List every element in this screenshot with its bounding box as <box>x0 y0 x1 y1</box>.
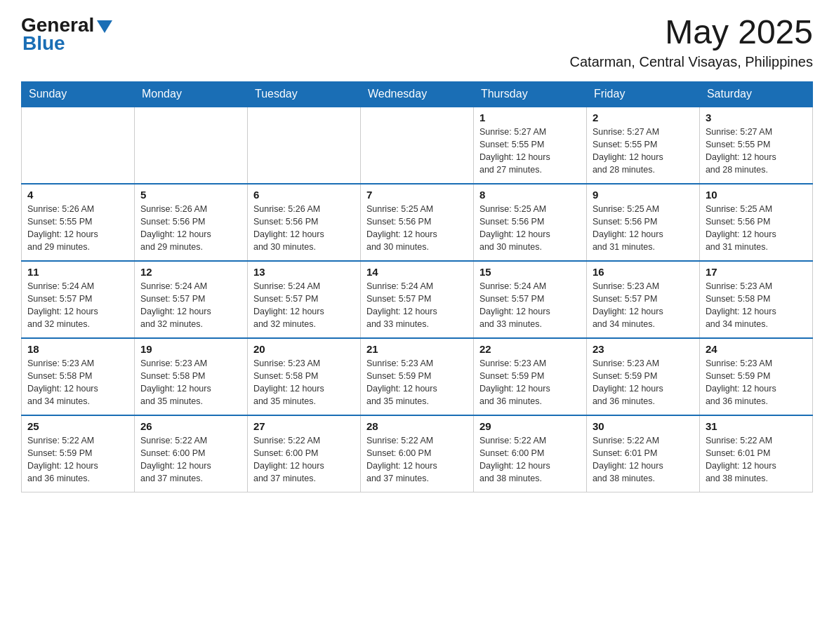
day-info-text: Sunrise: 5:22 AM Sunset: 6:00 PM Dayligh… <box>479 434 581 485</box>
day-cell: 1Sunrise: 5:27 AM Sunset: 5:55 PM Daylig… <box>473 107 586 184</box>
day-cell <box>22 107 135 184</box>
day-cell: 10Sunrise: 5:25 AM Sunset: 5:56 PM Dayli… <box>699 184 812 261</box>
day-number: 18 <box>27 343 128 355</box>
day-cell: 24Sunrise: 5:23 AM Sunset: 5:59 PM Dayli… <box>699 338 812 415</box>
day-number: 10 <box>706 189 807 201</box>
day-info-text: Sunrise: 5:22 AM Sunset: 6:01 PM Dayligh… <box>706 434 807 485</box>
day-info-text: Sunrise: 5:23 AM Sunset: 5:59 PM Dayligh… <box>706 357 807 408</box>
day-number: 20 <box>253 343 355 355</box>
day-number: 27 <box>253 420 355 432</box>
day-info-text: Sunrise: 5:22 AM Sunset: 6:00 PM Dayligh… <box>366 434 468 485</box>
day-cell: 11Sunrise: 5:24 AM Sunset: 5:57 PM Dayli… <box>22 261 135 338</box>
day-cell: 15Sunrise: 5:24 AM Sunset: 5:57 PM Dayli… <box>473 261 586 338</box>
day-cell: 16Sunrise: 5:23 AM Sunset: 5:57 PM Dayli… <box>586 261 699 338</box>
day-number: 28 <box>366 420 468 432</box>
day-number: 1 <box>479 112 581 123</box>
day-cell: 29Sunrise: 5:22 AM Sunset: 6:00 PM Dayli… <box>473 415 586 492</box>
day-info-text: Sunrise: 5:23 AM Sunset: 5:57 PM Dayligh… <box>593 280 694 331</box>
month-year-title: May 2025 <box>570 14 813 51</box>
week-row-1: 1Sunrise: 5:27 AM Sunset: 5:55 PM Daylig… <box>22 107 813 184</box>
day-number: 22 <box>479 343 581 355</box>
day-number: 4 <box>27 189 128 201</box>
day-cell: 21Sunrise: 5:23 AM Sunset: 5:59 PM Dayli… <box>360 338 473 415</box>
day-info-text: Sunrise: 5:25 AM Sunset: 5:56 PM Dayligh… <box>706 203 807 254</box>
day-number: 16 <box>593 266 694 278</box>
week-row-5: 25Sunrise: 5:22 AM Sunset: 5:59 PM Dayli… <box>22 415 813 492</box>
day-cell: 12Sunrise: 5:24 AM Sunset: 5:57 PM Dayli… <box>134 261 247 338</box>
day-cell: 5Sunrise: 5:26 AM Sunset: 5:56 PM Daylig… <box>134 184 247 261</box>
header-right: May 2025 Catarman, Central Visayas, Phil… <box>570 14 813 70</box>
day-info-text: Sunrise: 5:22 AM Sunset: 6:00 PM Dayligh… <box>140 434 241 485</box>
day-cell: 4Sunrise: 5:26 AM Sunset: 5:55 PM Daylig… <box>22 184 135 261</box>
logo-blue-text: Blue <box>22 32 65 55</box>
day-info-text: Sunrise: 5:26 AM Sunset: 5:56 PM Dayligh… <box>140 203 241 254</box>
col-header-sunday: Sunday <box>22 81 135 107</box>
day-cell: 26Sunrise: 5:22 AM Sunset: 6:00 PM Dayli… <box>134 415 247 492</box>
day-number: 31 <box>706 420 807 432</box>
col-header-wednesday: Wednesday <box>360 81 473 107</box>
day-cell <box>360 107 473 184</box>
day-cell: 23Sunrise: 5:23 AM Sunset: 5:59 PM Dayli… <box>586 338 699 415</box>
day-number: 17 <box>706 266 807 278</box>
day-cell: 27Sunrise: 5:22 AM Sunset: 6:00 PM Dayli… <box>247 415 360 492</box>
col-header-tuesday: Tuesday <box>247 81 360 107</box>
day-cell: 7Sunrise: 5:25 AM Sunset: 5:56 PM Daylig… <box>360 184 473 261</box>
day-cell: 6Sunrise: 5:26 AM Sunset: 5:56 PM Daylig… <box>247 184 360 261</box>
week-row-4: 18Sunrise: 5:23 AM Sunset: 5:58 PM Dayli… <box>22 338 813 415</box>
day-info-text: Sunrise: 5:23 AM Sunset: 5:58 PM Dayligh… <box>253 357 355 408</box>
day-number: 6 <box>253 189 355 201</box>
day-cell: 22Sunrise: 5:23 AM Sunset: 5:59 PM Dayli… <box>473 338 586 415</box>
day-cell: 8Sunrise: 5:25 AM Sunset: 5:56 PM Daylig… <box>473 184 586 261</box>
day-number: 2 <box>593 112 694 123</box>
location-subtitle: Catarman, Central Visayas, Philippines <box>570 54 813 70</box>
svg-marker-0 <box>97 20 112 33</box>
logo: General Blue <box>21 14 112 55</box>
day-number: 7 <box>366 189 468 201</box>
day-number: 8 <box>479 189 581 201</box>
day-number: 5 <box>140 189 241 201</box>
day-info-text: Sunrise: 5:22 AM Sunset: 6:01 PM Dayligh… <box>593 434 694 485</box>
day-info-text: Sunrise: 5:25 AM Sunset: 5:56 PM Dayligh… <box>366 203 468 254</box>
day-cell: 2Sunrise: 5:27 AM Sunset: 5:55 PM Daylig… <box>586 107 699 184</box>
day-cell: 17Sunrise: 5:23 AM Sunset: 5:58 PM Dayli… <box>699 261 812 338</box>
day-info-text: Sunrise: 5:23 AM Sunset: 5:58 PM Dayligh… <box>27 357 128 408</box>
day-info-text: Sunrise: 5:22 AM Sunset: 5:59 PM Dayligh… <box>27 434 128 485</box>
day-number: 25 <box>27 420 128 432</box>
logo-triangle-icon <box>97 20 112 33</box>
day-number: 30 <box>593 420 694 432</box>
day-cell: 30Sunrise: 5:22 AM Sunset: 6:01 PM Dayli… <box>586 415 699 492</box>
day-info-text: Sunrise: 5:23 AM Sunset: 5:58 PM Dayligh… <box>706 280 807 331</box>
col-header-friday: Friday <box>586 81 699 107</box>
day-info-text: Sunrise: 5:24 AM Sunset: 5:57 PM Dayligh… <box>140 280 241 331</box>
day-number: 13 <box>253 266 355 278</box>
week-row-2: 4Sunrise: 5:26 AM Sunset: 5:55 PM Daylig… <box>22 184 813 261</box>
day-number: 15 <box>479 266 581 278</box>
day-cell: 20Sunrise: 5:23 AM Sunset: 5:58 PM Dayli… <box>247 338 360 415</box>
col-header-saturday: Saturday <box>699 81 812 107</box>
day-info-text: Sunrise: 5:25 AM Sunset: 5:56 PM Dayligh… <box>479 203 581 254</box>
day-info-text: Sunrise: 5:24 AM Sunset: 5:57 PM Dayligh… <box>366 280 468 331</box>
day-cell <box>134 107 247 184</box>
day-cell <box>247 107 360 184</box>
day-info-text: Sunrise: 5:23 AM Sunset: 5:58 PM Dayligh… <box>140 357 241 408</box>
day-number: 23 <box>593 343 694 355</box>
day-info-text: Sunrise: 5:23 AM Sunset: 5:59 PM Dayligh… <box>479 357 581 408</box>
day-cell: 19Sunrise: 5:23 AM Sunset: 5:58 PM Dayli… <box>134 338 247 415</box>
day-info-text: Sunrise: 5:27 AM Sunset: 5:55 PM Dayligh… <box>479 126 581 177</box>
calendar-table: SundayMondayTuesdayWednesdayThursdayFrid… <box>21 81 813 493</box>
day-number: 12 <box>140 266 241 278</box>
col-header-monday: Monday <box>134 81 247 107</box>
day-info-text: Sunrise: 5:25 AM Sunset: 5:56 PM Dayligh… <box>593 203 694 254</box>
day-cell: 25Sunrise: 5:22 AM Sunset: 5:59 PM Dayli… <box>22 415 135 492</box>
day-cell: 9Sunrise: 5:25 AM Sunset: 5:56 PM Daylig… <box>586 184 699 261</box>
col-header-thursday: Thursday <box>473 81 586 107</box>
day-number: 9 <box>593 189 694 201</box>
day-number: 19 <box>140 343 241 355</box>
day-cell: 18Sunrise: 5:23 AM Sunset: 5:58 PM Dayli… <box>22 338 135 415</box>
day-cell: 28Sunrise: 5:22 AM Sunset: 6:00 PM Dayli… <box>360 415 473 492</box>
day-number: 14 <box>366 266 468 278</box>
day-info-text: Sunrise: 5:24 AM Sunset: 5:57 PM Dayligh… <box>479 280 581 331</box>
day-info-text: Sunrise: 5:24 AM Sunset: 5:57 PM Dayligh… <box>253 280 355 331</box>
day-cell: 31Sunrise: 5:22 AM Sunset: 6:01 PM Dayli… <box>699 415 812 492</box>
day-info-text: Sunrise: 5:26 AM Sunset: 5:55 PM Dayligh… <box>27 203 128 254</box>
